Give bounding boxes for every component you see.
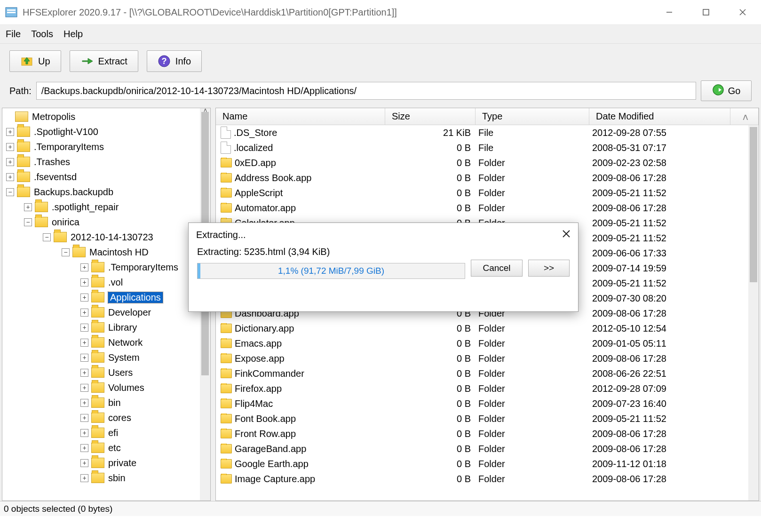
list-row[interactable]: FinkCommander0 BFolder2008-06-26 22:51 — [216, 366, 748, 381]
skip-button[interactable]: >> — [528, 260, 570, 277]
expand-icon[interactable]: + — [80, 294, 88, 302]
list-row[interactable]: Dictionary.app0 BFolder2012-05-10 12:54 — [216, 321, 748, 336]
row-date: 2009-05-21 11:52 — [589, 233, 748, 244]
expand-icon[interactable]: + — [6, 143, 14, 151]
tree-item[interactable]: +Applications — [2, 290, 210, 305]
svg-rect-1 — [7, 9, 16, 11]
collapse-icon[interactable]: − — [24, 218, 32, 226]
tree-item-label: Metropolis — [32, 111, 75, 122]
expand-icon[interactable]: + — [80, 429, 88, 437]
col-size[interactable]: Size — [385, 108, 476, 125]
up-button[interactable]: Up — [9, 50, 61, 72]
expand-icon[interactable]: + — [80, 414, 88, 422]
list-row[interactable]: GarageBand.app0 BFolder2009-08-06 17:28 — [216, 441, 748, 456]
info-button[interactable]: ? Info — [147, 50, 202, 72]
menu-help[interactable]: Help — [63, 29, 83, 40]
expand-icon[interactable]: + — [80, 384, 88, 392]
row-size: 0 B — [385, 429, 476, 439]
tree-item[interactable]: +.TemporaryItems — [2, 139, 210, 154]
tree-item[interactable]: +sbin — [2, 470, 210, 485]
list-row[interactable]: Emacs.app0 BFolder2009-01-05 05:11 — [216, 336, 748, 351]
folder-icon — [91, 262, 104, 272]
tree-item[interactable]: +.vol — [2, 275, 210, 290]
expand-icon[interactable]: + — [80, 339, 88, 347]
expand-icon[interactable]: + — [6, 128, 14, 136]
col-name[interactable]: Name — [216, 108, 385, 125]
extract-icon — [80, 55, 94, 68]
expand-icon[interactable]: + — [80, 474, 88, 482]
collapse-icon[interactable]: − — [62, 248, 70, 256]
list-row[interactable]: Front Row.app0 BFolder2009-08-06 17:28 — [216, 426, 748, 441]
list-row[interactable]: Expose.app0 BFolder2009-08-06 17:28 — [216, 351, 748, 366]
folder-icon — [221, 203, 232, 213]
folder-icon — [72, 247, 86, 257]
tree-item[interactable]: +.Spotlight-V100 — [2, 124, 210, 139]
list-row[interactable]: Address Book.app0 BFolder2009-08-06 17:2… — [216, 170, 748, 185]
col-type[interactable]: Type — [476, 108, 589, 125]
collapse-icon[interactable]: − — [6, 188, 14, 196]
window-maximize-button[interactable] — [688, 0, 724, 24]
cancel-button[interactable]: Cancel — [471, 260, 523, 277]
list-row[interactable]: Google Earth.app0 BFolder2009-11-12 01:1… — [216, 456, 748, 471]
tree-item[interactable]: +Developer — [2, 305, 210, 320]
window-minimize-button[interactable] — [651, 0, 688, 24]
tree-item-label: efi — [108, 428, 118, 438]
tree-item-label: .Trashes — [34, 157, 70, 167]
window-close-button[interactable] — [724, 0, 761, 24]
tree-item[interactable]: +etc — [2, 440, 210, 455]
expand-icon[interactable]: + — [6, 173, 14, 181]
tree-item[interactable]: +Library — [2, 320, 210, 335]
row-type: Folder — [476, 338, 589, 349]
tree-item[interactable]: Metropolis — [2, 109, 210, 124]
list-row[interactable]: 0xED.app0 BFolder2009-02-23 02:58 — [216, 155, 748, 170]
expand-icon[interactable]: + — [80, 278, 88, 286]
expand-icon[interactable]: + — [6, 158, 14, 166]
tree-item[interactable]: −Macintosh HD — [2, 245, 210, 260]
list-row[interactable]: .DS_Store21 KiBFile2012-09-28 07:55 — [216, 125, 748, 140]
list-row[interactable]: Firefox.app0 BFolder2012-09-28 07:09 — [216, 381, 748, 396]
tree-item[interactable]: +.Trashes — [2, 154, 210, 169]
tree-item[interactable]: −onirica — [2, 214, 210, 230]
list-scrollbar[interactable] — [748, 125, 759, 500]
expand-icon[interactable]: + — [24, 203, 32, 211]
menu-tools[interactable]: Tools — [31, 29, 53, 40]
col-sort-indicator[interactable]: ʌ — [730, 108, 759, 125]
tree-item[interactable]: +Volumes — [2, 380, 210, 395]
tree-item[interactable]: −Backups.backupdb — [2, 184, 210, 199]
statusbar: 0 objects selected (0 bytes) — [0, 501, 761, 516]
list-row[interactable]: Flip4Mac0 BFolder2009-07-23 16:40 — [216, 396, 748, 411]
expand-icon[interactable]: + — [80, 399, 88, 407]
go-button[interactable]: Go — [701, 80, 752, 101]
expand-icon[interactable]: + — [80, 309, 88, 317]
collapse-icon[interactable]: − — [43, 233, 51, 241]
tree-item[interactable]: +.fseventsd — [2, 169, 210, 184]
menu-file[interactable]: File — [6, 29, 21, 40]
list-row[interactable]: .localized0 BFile2008-05-31 07:17 — [216, 140, 748, 155]
list-row[interactable]: Image Capture.app0 BFolder2009-08-06 17:… — [216, 471, 748, 486]
list-row[interactable]: Font Book.app0 BFolder2009-05-21 11:52 — [216, 411, 748, 426]
expand-icon[interactable]: + — [80, 459, 88, 467]
extract-button[interactable]: Extract — [70, 50, 138, 72]
tree-item[interactable]: +System — [2, 350, 210, 365]
tree-item[interactable]: +.spotlight_repair — [2, 199, 210, 214]
col-date[interactable]: Date Modified — [589, 108, 730, 125]
svg-rect-4 — [703, 9, 709, 15]
tree-item[interactable]: +Users — [2, 365, 210, 380]
expand-icon[interactable]: + — [80, 444, 88, 452]
expand-icon[interactable]: + — [80, 354, 88, 362]
dialog-close-button[interactable] — [562, 229, 571, 241]
tree-item[interactable]: +.TemporaryItems — [2, 260, 210, 275]
tree-item[interactable]: +bin — [2, 395, 210, 410]
tree-item[interactable]: +efi — [2, 425, 210, 440]
tree-item[interactable]: +Network — [2, 335, 210, 350]
expand-icon[interactable]: + — [80, 263, 88, 271]
expand-icon[interactable]: + — [80, 369, 88, 377]
path-input[interactable] — [36, 82, 696, 100]
tree-item[interactable]: −2012-10-14-130723 — [2, 230, 210, 245]
tree-item[interactable]: +private — [2, 455, 210, 470]
list-row[interactable]: AppleScript0 BFolder2009-05-21 11:52 — [216, 185, 748, 200]
tree-item-label: Network — [108, 337, 143, 348]
tree-item[interactable]: +cores — [2, 410, 210, 425]
expand-icon[interactable]: + — [80, 324, 88, 332]
list-row[interactable]: Automator.app0 BFolder2009-08-06 17:28 — [216, 200, 748, 215]
